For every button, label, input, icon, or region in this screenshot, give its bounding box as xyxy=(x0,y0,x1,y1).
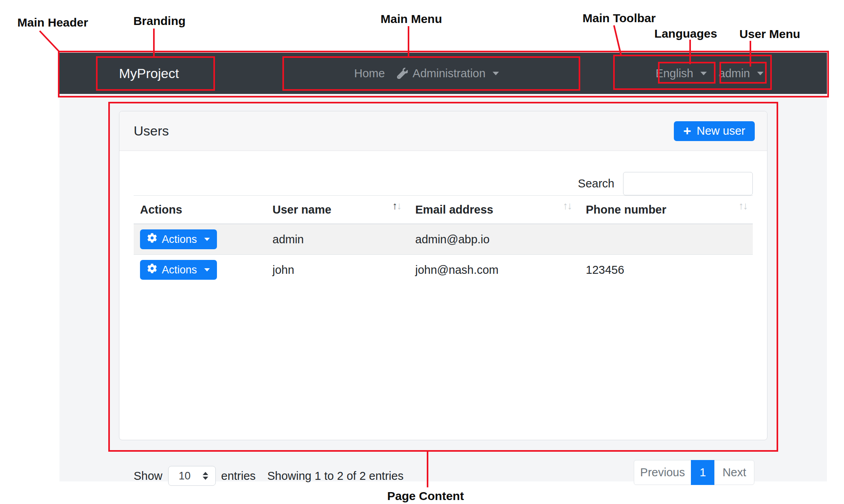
row-actions-button[interactable]: Actions xyxy=(140,260,217,280)
chevron-down-icon xyxy=(204,238,210,241)
search-label: Search xyxy=(578,177,614,190)
main-toolbar: English admin xyxy=(656,53,763,94)
menu-home-label: Home xyxy=(354,67,385,80)
show-label: Show xyxy=(134,470,163,483)
pagination-previous[interactable]: Previous xyxy=(634,460,691,485)
sort-icon: ↑↓ xyxy=(738,200,747,212)
language-label: English xyxy=(656,67,693,80)
main-menu: Home Administration xyxy=(354,53,499,94)
menu-item-administration[interactable]: Administration xyxy=(397,67,499,80)
column-header-username[interactable]: User name ↑↓ xyxy=(266,196,409,224)
cell-email: admin@abp.io xyxy=(409,224,579,255)
stepper-icon xyxy=(203,472,208,480)
column-header-username-label: User name xyxy=(272,203,331,216)
annotation-label-page-content: Page Content xyxy=(387,489,464,503)
gear-icon xyxy=(147,233,157,246)
page-title: Users xyxy=(134,123,169,139)
pagination-page-1[interactable]: 1 xyxy=(691,460,715,485)
annotation-line-main-toolbar xyxy=(614,25,621,55)
column-header-email[interactable]: Email address ↑↓ xyxy=(409,196,579,224)
new-user-button-label: New user xyxy=(697,124,746,137)
annotation-label-branding: Branding xyxy=(133,14,186,28)
chevron-down-icon xyxy=(204,268,210,271)
column-header-email-label: Email address xyxy=(415,203,493,216)
page-size-control: Show 10 entries xyxy=(134,466,256,486)
card-body: Search Actions User name ↑↓ Email addres… xyxy=(119,172,767,462)
branding-logo[interactable]: MyProject xyxy=(119,53,179,94)
user-menu-dropdown[interactable]: admin xyxy=(719,67,763,80)
card-header: Users + New user xyxy=(119,111,767,151)
table-info-text: Showing 1 to 2 of 2 entries xyxy=(267,470,403,483)
annotation-label-languages: Languages xyxy=(654,27,717,40)
row-actions-button[interactable]: Actions xyxy=(140,229,217,249)
main-header-navbar: MyProject Home Administration English ad… xyxy=(59,53,827,94)
sort-icon: ↑↓ xyxy=(563,200,572,212)
cell-phone: 123456 xyxy=(579,255,753,285)
screenshot-stage: MyProject Home Administration English ad… xyxy=(0,0,844,504)
menu-administration-label: Administration xyxy=(412,67,485,80)
gear-icon xyxy=(147,263,157,276)
entries-label: entries xyxy=(221,470,256,483)
annotation-label-user-menu: User Menu xyxy=(739,27,800,41)
users-table: Actions User name ↑↓ Email address ↑↓ Ph… xyxy=(134,195,753,285)
pagination: Previous 1 Next xyxy=(634,460,754,485)
annotation-line-main-header xyxy=(40,31,59,52)
users-card: Users + New user Search Actions User nam… xyxy=(119,111,767,440)
search-input[interactable] xyxy=(623,172,753,195)
table-row: Actions admin admin@abp.io xyxy=(134,224,753,255)
annotation-label-main-toolbar: Main Toolbar xyxy=(583,11,656,25)
table-row: Actions john john@nash.com 123456 xyxy=(134,255,753,285)
cell-username: admin xyxy=(266,224,409,255)
user-menu-label: admin xyxy=(719,67,750,80)
chevron-down-icon xyxy=(700,72,707,75)
cell-email: john@nash.com xyxy=(409,255,579,285)
page-size-select[interactable]: 10 xyxy=(168,466,216,486)
annotation-label-main-menu: Main Menu xyxy=(381,12,442,26)
wrench-icon xyxy=(397,68,408,79)
row-actions-label: Actions xyxy=(162,233,197,246)
cell-phone xyxy=(579,224,753,255)
chevron-down-icon xyxy=(493,72,499,75)
row-actions-label: Actions xyxy=(162,264,197,276)
annotation-label-main-header: Main Header xyxy=(17,16,88,29)
menu-item-home[interactable]: Home xyxy=(354,67,385,80)
table-header-row: Actions User name ↑↓ Email address ↑↓ Ph… xyxy=(134,196,753,224)
pagination-next[interactable]: Next xyxy=(714,460,754,485)
page-size-value: 10 xyxy=(179,470,191,482)
new-user-button[interactable]: + New user xyxy=(674,121,755,141)
sort-icon: ↑↓ xyxy=(392,200,401,212)
column-header-actions: Actions xyxy=(134,196,266,224)
column-header-phone[interactable]: Phone number ↑↓ xyxy=(579,196,753,224)
language-dropdown[interactable]: English xyxy=(656,67,707,80)
plus-icon: + xyxy=(683,124,691,137)
chevron-down-icon xyxy=(757,72,763,75)
column-header-phone-label: Phone number xyxy=(586,203,666,216)
cell-username: john xyxy=(266,255,409,285)
search-row: Search xyxy=(134,172,753,195)
